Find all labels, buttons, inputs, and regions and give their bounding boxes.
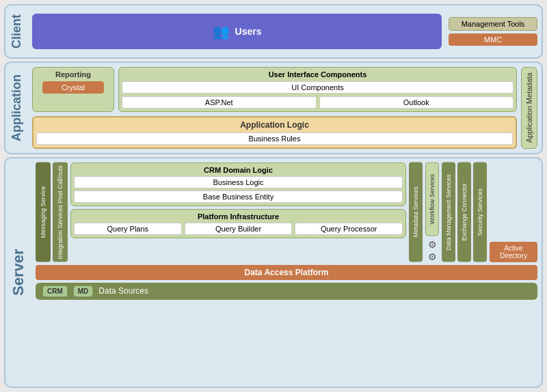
workflow-svc-bar: Workflow Services bbox=[425, 163, 439, 236]
server-left-services: Messaging Service Integration Services P… bbox=[36, 163, 68, 262]
server-main-area: Messaging Service Integration Services P… bbox=[36, 163, 537, 262]
users-icon: 👥 bbox=[213, 23, 230, 40]
server-content: Messaging Service Integration Services P… bbox=[31, 158, 542, 387]
aspnet-box: ASP.Net bbox=[122, 96, 317, 109]
crm-domain-title: CRM Domain Logic bbox=[74, 166, 403, 174]
app-logic-box: Application Logic Business Rules bbox=[32, 116, 517, 149]
management-title: Management Tools bbox=[449, 17, 537, 31]
crystal-box: Crystal bbox=[42, 81, 104, 94]
server-layer: Server Messaging Service Integration Ser… bbox=[4, 157, 543, 388]
platform-row: Query Plans Query Builder Query Processo… bbox=[74, 223, 403, 235]
ui-components-title: User Interface Components bbox=[122, 70, 513, 79]
users-label: Users bbox=[235, 26, 262, 37]
platform-box: Platform Infrastructure Query Plans Quer… bbox=[70, 209, 406, 238]
client-label: Client bbox=[5, 5, 28, 57]
query-processor-item: Query Processor bbox=[295, 223, 403, 235]
application-layer: Application Reporting Crystal User Inter… bbox=[4, 61, 543, 154]
security-svc-bar: Security Services bbox=[473, 163, 487, 262]
workflow-col: Workflow Services ⚙ ⚙ bbox=[425, 163, 440, 262]
application-label: Application bbox=[5, 63, 28, 153]
app-left: Reporting Crystal User Interface Compone… bbox=[32, 67, 517, 149]
query-builder-item: Query Builder bbox=[185, 223, 293, 235]
messaging-service-bar: Messaging Service bbox=[36, 163, 51, 262]
data-sources-label: Data Sources bbox=[98, 286, 148, 296]
business-rules-box: Business Rules bbox=[36, 132, 513, 145]
ui-comp-row: UI Components bbox=[122, 81, 513, 94]
server-right-services: Metadata Services Workflow Services ⚙ ⚙ … bbox=[409, 163, 487, 262]
active-directory-col: Active Directory bbox=[490, 163, 537, 262]
client-content: 👥 Users Management Tools MMC bbox=[28, 5, 542, 57]
base-entity-row: Base Business Entity bbox=[74, 191, 403, 203]
ui-components-box: User Interface Components UI Components … bbox=[118, 67, 517, 112]
app-logic-title: Application Logic bbox=[36, 120, 513, 130]
outlook-box: Outlook bbox=[319, 96, 514, 109]
platform-title: Platform Infrastructure bbox=[74, 212, 403, 221]
server-label: Server bbox=[5, 158, 31, 387]
data-sources-row: CRM MD Data Sources bbox=[36, 283, 537, 300]
data-mgmt-svc-bar: Data Management Services bbox=[442, 163, 455, 262]
mmc-box: MMC bbox=[449, 33, 537, 46]
active-directory-box: Active Directory bbox=[490, 242, 537, 262]
crm-domain-box: CRM Domain Logic Business Logic Base Bus… bbox=[70, 163, 406, 206]
application-content: Reporting Crystal User Interface Compone… bbox=[28, 63, 542, 153]
crm-db-icon: CRM bbox=[42, 285, 68, 297]
ui-comp-row2: ASP.Net Outlook bbox=[122, 96, 513, 109]
metadata-svc-bar: Metadata Services bbox=[409, 163, 423, 262]
business-logic-row: Business Logic bbox=[74, 176, 403, 188]
exchange-svc-bar: Exchange Connector bbox=[457, 163, 471, 262]
reporting-box: Reporting Crystal bbox=[32, 67, 114, 112]
data-access-bar: Data Access Platform bbox=[36, 265, 537, 280]
users-box: 👥 Users bbox=[32, 14, 442, 49]
management-tools-box: Management Tools MMC bbox=[449, 17, 537, 46]
workflow-icon-2: ⚙ bbox=[428, 251, 437, 262]
query-plans-item: Query Plans bbox=[74, 223, 182, 235]
reporting-title: Reporting bbox=[55, 70, 91, 79]
integration-service-bar: Integration Services Post Call/outs bbox=[53, 163, 68, 262]
data-sources-box: CRM MD Data Sources bbox=[36, 283, 537, 300]
app-top: Reporting Crystal User Interface Compone… bbox=[32, 67, 517, 112]
md-db-icon: MD bbox=[73, 285, 94, 297]
client-layer: Client 👥 Users Management Tools MMC bbox=[4, 4, 543, 59]
workflow-icons: ⚙ ⚙ bbox=[428, 239, 437, 262]
crm-platform-box: CRM Domain Logic Business Logic Base Bus… bbox=[70, 163, 406, 262]
workflow-icon-1: ⚙ bbox=[428, 239, 437, 250]
main-container: Client 👥 Users Management Tools MMC Appl… bbox=[0, 0, 547, 392]
app-metadata: Application Metadata bbox=[521, 67, 537, 149]
